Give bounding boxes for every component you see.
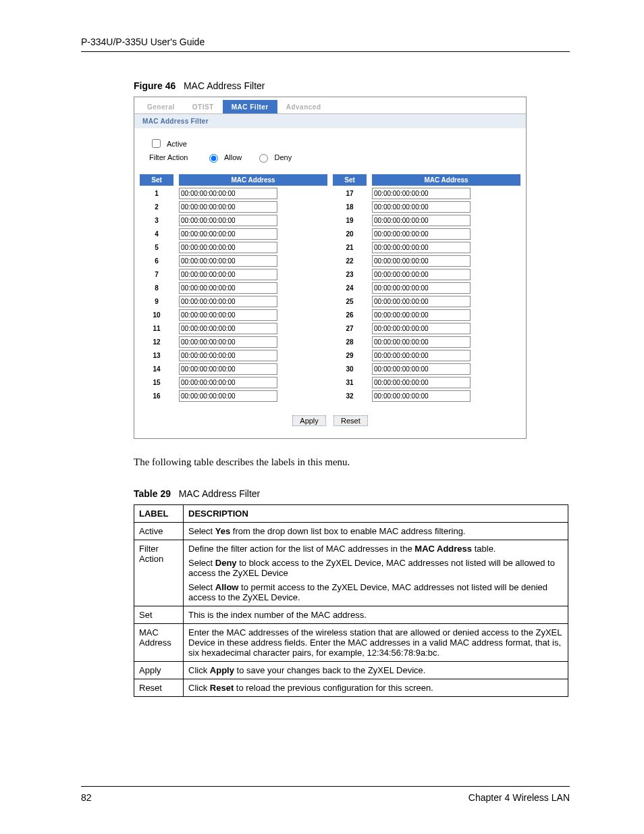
- mac-input[interactable]: [372, 377, 471, 388]
- set-number: 15: [140, 379, 173, 386]
- mac-input[interactable]: [179, 255, 277, 267]
- set-number: 28: [333, 338, 367, 346]
- row-filter-action-label: Filter Action: [134, 540, 184, 606]
- set-number: 29: [333, 352, 367, 359]
- deny-label: Deny: [274, 153, 292, 161]
- mac-input[interactable]: [372, 201, 471, 213]
- mac-input[interactable]: [372, 228, 471, 240]
- set-number: 17: [333, 190, 367, 197]
- set-number: 23: [333, 271, 367, 278]
- mac-input[interactable]: [179, 269, 277, 280]
- set-number: 6: [140, 257, 173, 265]
- mac-input[interactable]: [179, 309, 277, 321]
- mac-input[interactable]: [372, 336, 471, 348]
- mac-filter-panel: General OTIST MAC Filter Advanced MAC Ad…: [134, 97, 527, 439]
- allow-radio[interactable]: [209, 154, 218, 163]
- set-number: 31: [333, 379, 367, 386]
- mac-input[interactable]: [179, 228, 277, 240]
- mac-input[interactable]: [179, 377, 277, 388]
- set-number: 16: [140, 392, 173, 400]
- set-number: 24: [333, 284, 367, 292]
- mac-input[interactable]: [372, 269, 471, 280]
- set-number: 1: [140, 190, 173, 197]
- set-number: 10: [140, 311, 173, 319]
- table-caption: Table 29 MAC Address Filter: [134, 488, 570, 499]
- mac-input[interactable]: [179, 242, 277, 253]
- mac-input[interactable]: [372, 363, 471, 375]
- section-title: MAC Address Filter: [134, 114, 526, 128]
- set-number: 32: [333, 392, 367, 400]
- row-reset-label: Reset: [134, 679, 184, 697]
- apply-button[interactable]: Apply: [292, 415, 326, 426]
- col-set-right: Set: [333, 174, 367, 186]
- table-number: Table 29: [134, 488, 171, 499]
- tab-mac-filter[interactable]: MAC Filter: [223, 100, 277, 113]
- mac-input[interactable]: [372, 215, 471, 226]
- page-footer: 82 Chapter 4 Wireless LAN: [81, 786, 570, 803]
- mac-input[interactable]: [179, 282, 277, 294]
- th-desc: DESCRIPTION: [184, 505, 568, 523]
- mac-input[interactable]: [372, 350, 471, 361]
- set-number: 19: [333, 217, 367, 224]
- set-number: 7: [140, 271, 173, 278]
- tab-advanced[interactable]: Advanced: [277, 100, 330, 113]
- mac-input[interactable]: [372, 309, 471, 321]
- mac-input[interactable]: [179, 201, 277, 213]
- mac-input[interactable]: [179, 390, 277, 402]
- active-label: Active: [167, 140, 187, 148]
- tab-general[interactable]: General: [138, 100, 184, 113]
- set-number: 18: [333, 203, 367, 211]
- set-number: 22: [333, 257, 367, 265]
- col-mac-right: MAC Address: [372, 174, 520, 186]
- row-set-desc: This is the index number of the MAC addr…: [184, 606, 568, 624]
- mac-input[interactable]: [179, 188, 277, 199]
- set-number: 21: [333, 244, 367, 251]
- set-number: 14: [140, 365, 173, 373]
- deny-radio[interactable]: [259, 154, 268, 163]
- mac-input[interactable]: [179, 336, 277, 348]
- mac-input[interactable]: [372, 282, 471, 294]
- set-number: 11: [140, 325, 173, 332]
- form-area: Active Filter Action Allow Deny: [134, 128, 526, 174]
- set-number: 2: [140, 203, 173, 211]
- description-table: LABEL DESCRIPTION Active Select Yes from…: [134, 504, 568, 697]
- mac-input[interactable]: [372, 255, 471, 267]
- set-number: 20: [333, 230, 367, 238]
- mac-input[interactable]: [179, 363, 277, 375]
- set-number: 8: [140, 284, 173, 292]
- chapter-label: Chapter 4 Wireless LAN: [468, 792, 570, 803]
- col-mac-left: MAC Address: [179, 174, 327, 186]
- row-apply-label: Apply: [134, 662, 184, 679]
- set-number: 9: [140, 298, 173, 305]
- mac-input[interactable]: [179, 296, 277, 307]
- row-filter-action-desc: Define the filter action for the list of…: [184, 540, 568, 606]
- mac-input[interactable]: [372, 188, 471, 199]
- allow-label: Allow: [224, 153, 242, 161]
- row-mac-desc: Enter the MAC addresses of the wireless …: [184, 624, 568, 662]
- mac-input[interactable]: [179, 350, 277, 361]
- reset-button[interactable]: Reset: [333, 415, 368, 426]
- filter-action-label: Filter Action: [149, 153, 202, 161]
- figure-caption: Figure 46 MAC Address Filter: [134, 80, 570, 91]
- mac-input[interactable]: [179, 215, 277, 226]
- tab-otist[interactable]: OTIST: [184, 100, 223, 113]
- row-reset-desc: Click Reset to reload the previous confi…: [184, 679, 568, 697]
- mac-input[interactable]: [372, 242, 471, 253]
- table-title: MAC Address Filter: [179, 488, 261, 499]
- set-number: 5: [140, 244, 173, 251]
- set-number: 25: [333, 298, 367, 305]
- th-label: LABEL: [134, 505, 184, 523]
- running-header: P-334U/P-335U User's Guide: [81, 36, 570, 52]
- mac-grid: Set MAC Address Set MAC Address 11721831…: [140, 174, 520, 402]
- mac-input[interactable]: [372, 296, 471, 307]
- mac-input[interactable]: [372, 323, 471, 334]
- set-number: 26: [333, 311, 367, 319]
- intro-paragraph: The following table describes the labels…: [134, 457, 570, 468]
- mac-input[interactable]: [372, 390, 471, 402]
- row-apply-desc: Click Apply to save your changes back to…: [184, 662, 568, 679]
- row-set-label: Set: [134, 606, 184, 624]
- set-number: 30: [333, 365, 367, 373]
- mac-input[interactable]: [179, 323, 277, 334]
- set-number: 12: [140, 338, 173, 346]
- active-checkbox[interactable]: [152, 139, 161, 148]
